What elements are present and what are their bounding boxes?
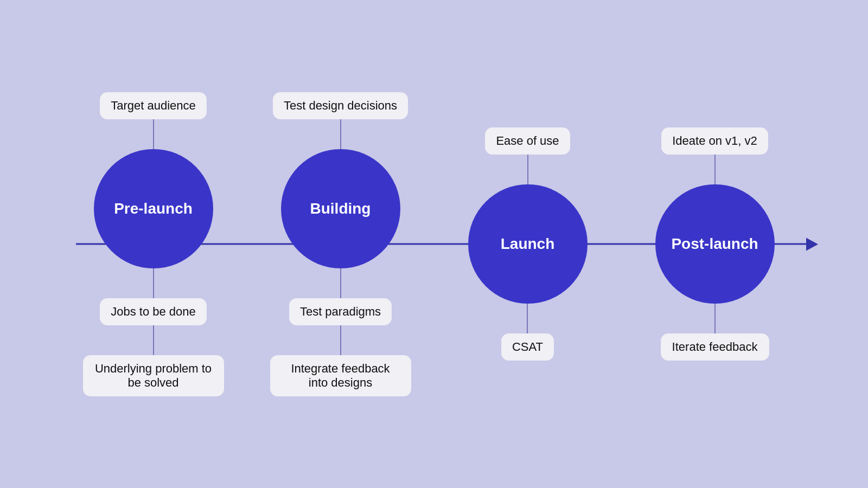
connector-line <box>527 304 528 333</box>
stage-post-launch: Ideate on v1, v2Post-launchIterate feedb… <box>639 127 791 361</box>
stage-launch-above: Ease of use <box>485 127 570 184</box>
connector-line <box>340 268 341 298</box>
label-below-1-0: Test paradigms <box>289 298 392 325</box>
stage-pre-launch: Target audiencePre-launchJobs to be done… <box>78 92 229 396</box>
label-below-0-1: Underlying problem to be solved <box>83 355 224 396</box>
stage-pre-launch-below: Jobs to be doneUnderlying problem to be … <box>83 268 224 396</box>
stage-building: Test design decisionsBuildingTest paradi… <box>265 92 417 396</box>
circle-pre-launch: Pre-launch <box>94 149 213 268</box>
stage-post-launch-below: Iterate feedback <box>661 304 769 361</box>
label-below-1-1: Integrate feedback into designs <box>270 355 411 396</box>
connector-line <box>153 325 154 355</box>
circle-launch: Launch <box>468 184 588 304</box>
label-above-2-0: Ease of use <box>485 127 570 155</box>
stage-building-below: Test paradigmsIntegrate feedback into de… <box>270 268 411 396</box>
stage-launch: Ease of useLaunchCSAT <box>452 127 604 361</box>
connector-line <box>153 268 154 298</box>
stage-launch-below: CSAT <box>501 304 554 361</box>
label-below-2-0: CSAT <box>501 333 554 361</box>
stage-pre-launch-above: Target audience <box>100 92 207 149</box>
circle-building: Building <box>281 149 400 268</box>
stage-post-launch-above: Ideate on v1, v2 <box>661 127 768 184</box>
connector-line <box>340 119 341 149</box>
label-below-3-0: Iterate feedback <box>661 333 769 361</box>
connector-line <box>340 325 341 355</box>
label-above-3-0: Ideate on v1, v2 <box>661 127 768 155</box>
connector-line <box>714 155 716 184</box>
diagram: Target audiencePre-launchJobs to be done… <box>27 22 841 466</box>
connector-line <box>153 119 154 149</box>
connector-line <box>714 304 716 333</box>
label-below-0-0: Jobs to be done <box>100 298 207 325</box>
label-above-0-0: Target audience <box>100 92 207 119</box>
stage-building-above: Test design decisions <box>273 92 408 149</box>
label-above-1-0: Test design decisions <box>273 92 408 119</box>
circle-post-launch: Post-launch <box>655 184 775 304</box>
stages-container: Target audiencePre-launchJobs to be done… <box>27 22 841 466</box>
connector-line <box>527 155 528 184</box>
